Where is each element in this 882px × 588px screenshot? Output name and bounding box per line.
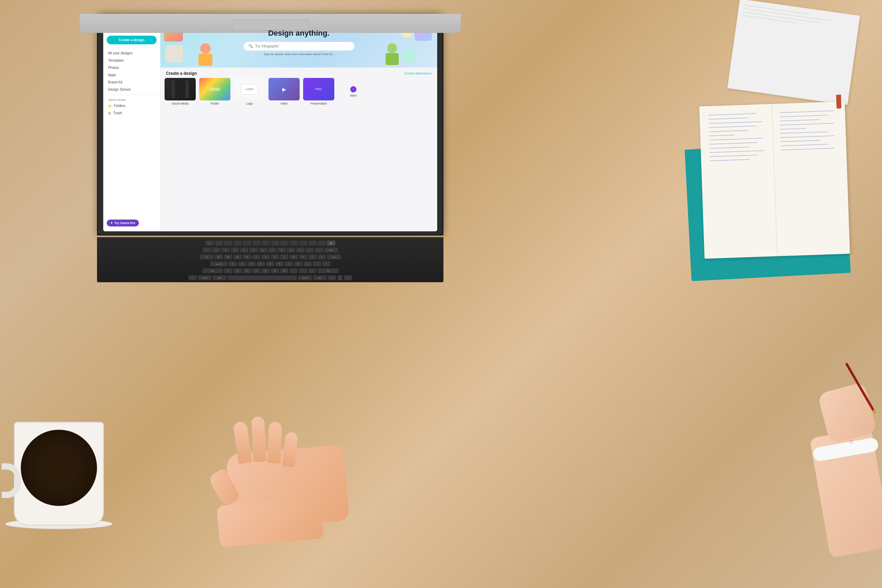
key-f3[interactable]: [233, 241, 242, 246]
key-o[interactable]: O: [290, 255, 298, 260]
key-f11[interactable]: [308, 241, 317, 246]
key-r[interactable]: R: [243, 255, 251, 260]
key-3[interactable]: 3: [231, 248, 239, 252]
key-f9[interactable]: [290, 241, 298, 246]
key-u[interactable]: U: [271, 255, 279, 260]
hero-search-bar[interactable]: 🔍: [243, 42, 355, 51]
key-d[interactable]: D: [247, 261, 255, 266]
key-command-right[interactable]: command: [298, 275, 312, 280]
design-card-logo[interactable]: LOGO Logo: [234, 78, 265, 105]
sidebar-item-brand-kit[interactable]: Brand Kit: [103, 79, 160, 86]
key-arrow-down[interactable]: ▾: [337, 278, 343, 280]
key-4[interactable]: 4: [240, 248, 248, 252]
key-f12[interactable]: [318, 241, 326, 246]
key-bracket-l[interactable]: [: [308, 255, 317, 260]
sidebar-item-photos[interactable]: Photos: [103, 64, 160, 71]
design-card-social-media[interactable]: Social Media: [165, 78, 196, 105]
key-return[interactable]: return: [327, 255, 341, 260]
covid-notice[interactable]: Stop the spread. Help share information …: [171, 52, 427, 56]
key-minus[interactable]: -: [305, 248, 314, 252]
key-f4[interactable]: [243, 241, 251, 246]
key-q[interactable]: Q: [215, 255, 223, 260]
sidebar-item-trash[interactable]: 🗑 Trash: [103, 110, 160, 117]
key-f1[interactable]: [215, 241, 223, 246]
key-5[interactable]: 5: [249, 248, 258, 252]
key-f8[interactable]: [280, 241, 288, 246]
key-power[interactable]: ⏻: [327, 241, 335, 246]
key-arrow-left[interactable]: ◂: [328, 275, 336, 280]
key-p[interactable]: P: [299, 255, 307, 260]
key-m[interactable]: M: [280, 268, 288, 273]
key-c[interactable]: C: [243, 268, 251, 273]
sidebar-item-templates[interactable]: Templates: [103, 57, 160, 64]
key-tilde[interactable]: ~: [203, 248, 211, 252]
laptop-screen: J Jira Add your website ▾ Create a desig…: [103, 19, 437, 231]
design-card-more[interactable]: › More: [338, 78, 369, 105]
key-i[interactable]: I: [280, 255, 288, 260]
sidebar-item-all-designs[interactable]: All your designs: [103, 50, 160, 57]
key-j[interactable]: J: [285, 261, 293, 266]
key-shift-l[interactable]: shift: [202, 268, 223, 273]
key-arrow-right[interactable]: ▸: [344, 275, 352, 280]
key-backspace[interactable]: delete: [324, 248, 338, 252]
key-1[interactable]: 1: [212, 248, 220, 252]
sidebar-item-apps[interactable]: Apps: [103, 71, 160, 79]
key-f[interactable]: F: [257, 261, 265, 266]
key-esc[interactable]: esc: [206, 241, 214, 246]
key-9[interactable]: 9: [287, 248, 295, 252]
key-8[interactable]: 8: [278, 248, 286, 252]
key-f6[interactable]: [261, 241, 270, 246]
key-quote[interactable]: ': [322, 261, 331, 266]
key-arrow-up[interactable]: ▴: [337, 275, 343, 278]
sidebar-item-folders[interactable]: 📁 Folders: [103, 102, 160, 110]
key-space[interactable]: [228, 275, 297, 280]
design-card-video[interactable]: ▶ Video: [269, 78, 300, 105]
key-e[interactable]: E: [233, 255, 242, 260]
key-7[interactable]: 7: [268, 248, 276, 252]
key-a[interactable]: A: [228, 261, 237, 266]
key-6[interactable]: 6: [259, 248, 267, 252]
key-n[interactable]: N: [271, 268, 279, 273]
key-command-left[interactable]: command: [198, 275, 212, 280]
key-g[interactable]: G: [266, 261, 274, 266]
design-card-presentation[interactable]: PRES. Presentation: [303, 78, 334, 105]
custom-dimensions-link[interactable]: Custom dimensions: [404, 72, 432, 75]
key-h[interactable]: H: [275, 261, 284, 266]
key-comma[interactable]: ,: [290, 268, 298, 273]
key-f10[interactable]: [299, 241, 307, 246]
create-design-button[interactable]: Create a design: [107, 36, 156, 44]
key-semicolon[interactable]: ;: [313, 261, 321, 266]
key-shift-r[interactable]: shift: [318, 268, 338, 273]
more-icon[interactable]: ›: [350, 86, 356, 93]
key-t[interactable]: T: [252, 255, 260, 260]
key-b[interactable]: B: [261, 268, 270, 273]
key-option[interactable]: option: [213, 275, 227, 280]
key-caps[interactable]: caps lock: [210, 261, 228, 266]
key-fn[interactable]: fn: [188, 275, 197, 280]
key-f2[interactable]: [224, 241, 233, 246]
try-pro-button[interactable]: ✦ Try Canva Pro: [107, 219, 139, 226]
key-f7[interactable]: [271, 241, 279, 246]
key-option-right[interactable]: option: [313, 275, 327, 280]
key-0[interactable]: 0: [296, 248, 305, 252]
canva-app[interactable]: J Jira Add your website ▾ Create a desig…: [103, 19, 437, 231]
key-y[interactable]: Y: [261, 255, 270, 260]
design-card-poster[interactable]: POSTER Poster: [199, 78, 230, 105]
key-x[interactable]: X: [233, 268, 242, 273]
key-v[interactable]: V: [252, 268, 260, 273]
key-slash[interactable]: /: [308, 268, 317, 273]
key-tab[interactable]: tab: [200, 255, 214, 260]
key-equal[interactable]: =: [315, 248, 323, 252]
key-k[interactable]: K: [294, 261, 302, 266]
sidebar-item-design-school[interactable]: Design School: [103, 86, 160, 93]
key-f5[interactable]: [252, 241, 260, 246]
key-s[interactable]: S: [238, 261, 246, 266]
key-2[interactable]: 2: [221, 248, 230, 252]
search-input[interactable]: [255, 44, 350, 48]
key-z[interactable]: Z: [224, 268, 233, 273]
key-w[interactable]: W: [224, 255, 233, 260]
key-bracket-r[interactable]: ]: [318, 255, 326, 260]
presentation-label: Presentation: [303, 102, 334, 105]
key-period[interactable]: .: [299, 268, 307, 273]
key-l[interactable]: L: [304, 261, 312, 266]
